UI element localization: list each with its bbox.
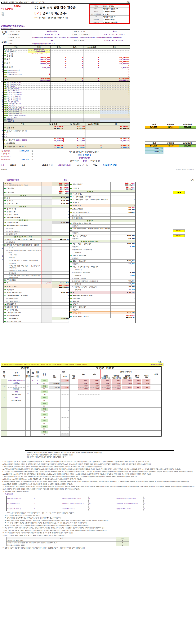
deduction-label: 33. 보험료 · 가. 건강보험료 (노인장기요양보험료포함): [4, 238, 42, 241]
deduction-row: 추 가 공 제: [4, 205, 69, 208]
member-amount-cell: #REF!#REF!: [78, 379, 89, 385]
resident-value[interactable]: ☑ 계속근로1 ☐ 중도퇴사2: [103, 21, 130, 24]
member-amount-cell: [142, 396, 151, 402]
nontaxable-c2: [50, 99, 67, 101]
tax-credit-value: -: [111, 198, 135, 201]
side1-extra-burden: 601,804: [179, 126, 196, 129]
page1-footer: (뒷쪽 계속) 210mm×297mm(백상지 80g/㎡): [1, 168, 194, 170]
income-amount-cell: [28, 75, 50, 78]
tax-amount-cell: 4,145,0404,145,040: [64, 138, 86, 142]
tax-credit-value: [111, 217, 135, 220]
tax-credit-row: 세액공제액: [70, 257, 135, 260]
relcode-cell: 4*: [89, 501, 116, 506]
resident-value[interactable]: 대한민국 국적 코드 KR: [103, 16, 130, 18]
income-amount-cell: 00: [50, 78, 67, 82]
member-source: 국세청기타: [40, 419, 49, 425]
deduction-small-amount: [42, 200, 52, 202]
resident-value[interactable]: ☑ 내국인1 ☐ 외국인9: [103, 10, 130, 13]
income-amount-cell: [83, 69, 100, 71]
deduction-value: 213,644,220215,083,943: [52, 284, 69, 288]
tax-credit-label: 63. 기부금 · 가. 정치자금 기부금 — 10만원 이하: [70, 266, 111, 268]
side-header-cell: 지방소득세: [162, 123, 179, 126]
member-amount-cell: [142, 419, 151, 425]
member-amount-cell: -: [78, 390, 89, 396]
col-transit: 대중교통 이용액: [142, 374, 151, 379]
member-amount-cell: [78, 414, 89, 419]
nontaxable-total: 0: [100, 107, 130, 108]
signature-row: 징수보고의무자 옐리야 (서명 또는 인): [39, 160, 130, 162]
deduction-small-amount: [42, 246, 52, 249]
member-amount-cell: -12,851,760: [49, 379, 61, 385]
management-number-box[interactable]: 관리 번호: [1, 11, 21, 17]
deduction-value: -: [52, 306, 69, 308]
member-aged: [31, 419, 35, 425]
side-header-cell: 지방소득세: [162, 142, 179, 144]
tax-credit-row: 52. 「 조세특례제한법 」 제30조 (중소기업취업청년 소득세 감면) -: [70, 198, 135, 201]
relcode-note: - 직계비속과 그 배우자가 장애인인 경우 그 배우자를 포함하며 코드 4 …: [6, 512, 196, 514]
member-amount-cell: -: [60, 414, 70, 419]
checked-bracket-icon[interactable]: [ √ ]: [35, 12, 42, 15]
instruction-item: 13. 79.소득공제 명세란은 다음과 같이 작성합니다.: [3, 491, 196, 492]
member-source: 국세청기타: [40, 408, 49, 414]
deduction-label: 46. 그 밖의 소득공제 계: [4, 317, 42, 320]
deduction-value: [52, 311, 69, 314]
income-amount-cell: 251,076,000252,545,105: [100, 78, 130, 82]
member-child: 00: [35, 379, 40, 385]
deduction-value: [52, 259, 69, 262]
resident-value[interactable]: 대한민국 거주지국 코드 KR: [103, 8, 130, 10]
nontaxable-c2: [50, 114, 67, 116]
member-amount-cell: [122, 419, 133, 425]
deduction-label: 32. 공적연금보험료공제 · 가. 공무원연금: [4, 224, 42, 227]
income-amount-cell: 00: [83, 57, 100, 61]
nontaxable-c4: [83, 92, 100, 93]
nontaxable-label: 18-4. 연 구 (나 - 연구보조) H09: [4, 97, 28, 99]
resident-value[interactable]: ☑ 세대주1 ☐ 세대원2: [103, 18, 130, 21]
income-amount-cell: 00: [83, 78, 100, 82]
member-basic: [26, 414, 31, 419]
tax-credit-row: 세액공제액 480,000: [70, 237, 135, 240]
deduction-value: 2,308,500: [52, 221, 69, 224]
tax-credit-value: [111, 240, 135, 242]
insurance-unit: 원: [29, 150, 33, 152]
deduction-small-amount: [42, 221, 52, 224]
tax-credit-label: 61. 의료비 — 공제대상금액: [70, 254, 111, 257]
nontaxable-c1: [28, 88, 50, 90]
tax-amount-cell: --: [102, 130, 130, 138]
nontaxable-c1: [28, 108, 50, 110]
tax-credit-label: 나. 법정기부금 — 공제대상금액: [70, 271, 111, 274]
member-relcode: [1, 379, 7, 385]
deduction-label: 44. 고용유지 중소기업 근로자: [4, 311, 42, 314]
copy-type-checkboxes[interactable]: ( ☐ 소득자 보관용 ☐ 발행자 보관용 ☑ 발행자 보고용 ): [35, 17, 89, 19]
deduction-small-amount: [42, 284, 52, 288]
resident-value[interactable]: 여 1 / 무 2: [103, 13, 130, 16]
earner-addr-value: 충남 천안시 천안시 동남구 청수로 71-7: [32, 42, 130, 45]
deduction-label: 35. 기부금 (이월분): [4, 278, 42, 282]
member-source: 국세청기타: [40, 396, 49, 402]
instruction-box-line: 「소득세법」 제149조제1호에 해당하는 납세조합이 「소득세법」 제127조…: [27, 452, 172, 454]
deduction-row: 나. 장기주택저당차입금 이자상환액 · 2011년 이전 차입분 — 15년미…: [4, 249, 69, 253]
member-amount-cell: [70, 414, 78, 419]
col-relcode: 관계 코드 ─ 내.외 국인: [1, 370, 7, 379]
nontaxable-total: 0: [100, 84, 130, 86]
nontaxable-row: 18-5. 비 과 세 학 자 금 G01 0: [4, 101, 130, 103]
deduction-small-amount: [42, 196, 52, 200]
deduction-row: 29. 부 녀 자 ☐ 50만원 -: [4, 213, 69, 216]
resident-value[interactable]: 거주자1 / 비거주자2: [103, 4, 130, 8]
nontaxable-c1: [28, 90, 50, 92]
income-amount-cell: [28, 69, 50, 71]
instruction-item: 15. 해당 근로소득자가 퇴직연금, 연금저축, 주택마련저축, 장기집합투자…: [3, 530, 196, 531]
nontaxable-c2: [50, 108, 67, 110]
nontaxable-c4: [83, 84, 100, 86]
tax-credit-row: 세액공제액: [70, 232, 135, 234]
member-amount-cell: [151, 414, 161, 419]
disability-code: 3: [116, 544, 129, 546]
deduction-value: [52, 314, 69, 317]
member-aged: 0-: [31, 379, 35, 385]
tax-credit-value: 105,750: [111, 288, 135, 291]
section3-vertical-label: Ⅲ 세액명세: [1, 122, 4, 149]
tax-credit-row: 64. 계 1,104,183: [70, 291, 135, 294]
income-row-label: 14. 상 여: [4, 61, 28, 65]
tax-credit-row: 세액공제액: [70, 251, 135, 254]
member-amount-cell: [122, 414, 133, 419]
tax-office-line: 천안 세무서장 귀하 세 무 대 리 인 선우회계법인 천안 (서명 또는 인)…: [1, 164, 130, 166]
